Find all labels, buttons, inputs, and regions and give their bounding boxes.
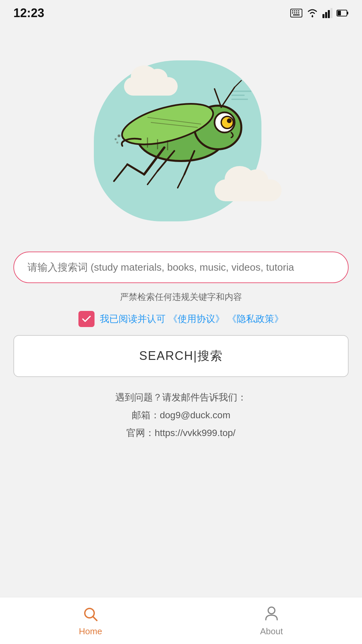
status-icons: [290, 8, 349, 18]
svg-line-35: [178, 174, 184, 188]
svg-point-44: [268, 607, 275, 614]
svg-point-39: [118, 135, 120, 137]
contact-section: 遇到问题？请发邮件告诉我们： 邮箱：dog9@duck.com 官网：https…: [115, 388, 247, 442]
nav-item-home[interactable]: Home: [0, 605, 181, 637]
wifi-icon: [306, 8, 318, 18]
bottom-nav: Home About: [0, 597, 362, 644]
agreement-link-1[interactable]: 《使用协议》: [168, 314, 225, 324]
illustration-container: [13, 44, 349, 231]
contact-prompt: 遇到问题？请发邮件告诉我们：: [115, 388, 247, 406]
search-input-wrapper[interactable]: [13, 252, 349, 283]
search-section: 严禁检索任何违规关键字和内容 我已阅读并认可 《使用协议》 《隐私政策》 SEA…: [13, 252, 349, 442]
svg-point-21: [221, 116, 233, 128]
svg-line-25: [215, 89, 221, 107]
agreement-text: 我已阅读并认可 《使用协议》 《隐私政策》: [100, 313, 284, 325]
svg-rect-13: [328, 10, 330, 18]
svg-rect-12: [325, 12, 327, 18]
keyboard-icon: [290, 9, 302, 17]
checkmark-icon: [82, 315, 91, 323]
svg-rect-2: [294, 10, 295, 11]
svg-rect-3: [296, 10, 297, 11]
svg-point-10: [312, 16, 313, 17]
svg-rect-7: [296, 12, 297, 13]
nav-item-about[interactable]: About: [181, 605, 362, 637]
svg-rect-6: [294, 12, 295, 13]
svg-rect-4: [298, 10, 299, 11]
about-nav-icon: [262, 605, 281, 624]
svg-line-30: [127, 164, 144, 174]
notice-text: 严禁检索任何违规关键字和内容: [120, 291, 242, 303]
svg-line-23: [221, 87, 235, 107]
svg-line-31: [114, 164, 127, 181]
search-button[interactable]: SEARCH|搜索: [13, 335, 349, 377]
svg-point-41: [116, 142, 118, 144]
battery-icon: [337, 9, 349, 17]
svg-rect-11: [322, 14, 324, 18]
status-time: 12:23: [13, 6, 44, 20]
illustration-wrapper: [67, 50, 295, 225]
agreement-checkbox[interactable]: [78, 311, 95, 327]
main-content: 严禁检索任何违规关键字和内容 我已阅读并认可 《使用协议》 《隐私政策》 SEA…: [0, 23, 362, 597]
svg-rect-8: [298, 12, 299, 13]
svg-line-43: [93, 616, 97, 621]
agreement-prefix: 我已阅读并认可: [100, 314, 166, 324]
agreement-link-2[interactable]: 《隐私政策》: [227, 314, 284, 324]
agreement-row: 我已阅读并认可 《使用协议》 《隐私政策》: [78, 311, 284, 327]
svg-line-33: [147, 171, 158, 184]
search-nav-icon: [82, 606, 99, 623]
about-nav-label: About: [260, 626, 283, 637]
svg-rect-17: [338, 11, 341, 15]
home-nav-label: Home: [79, 626, 102, 637]
home-nav-icon: [81, 605, 100, 624]
signal-icon: [322, 8, 333, 18]
svg-rect-9: [293, 14, 300, 15]
svg-rect-16: [347, 12, 348, 14]
search-input[interactable]: [27, 262, 335, 273]
svg-point-40: [115, 138, 117, 140]
svg-rect-14: [330, 8, 333, 18]
status-bar: 12:23: [0, 0, 362, 23]
about-icon: [263, 606, 280, 623]
contact-email: 邮箱：dog9@duck.com: [115, 406, 247, 424]
svg-point-22: [227, 118, 232, 123]
svg-line-24: [235, 80, 241, 87]
svg-rect-5: [292, 12, 293, 13]
contact-website: 官网：https://vvkk999.top/: [115, 424, 247, 442]
svg-rect-1: [292, 10, 293, 11]
grasshopper-illustration: [87, 70, 261, 198]
